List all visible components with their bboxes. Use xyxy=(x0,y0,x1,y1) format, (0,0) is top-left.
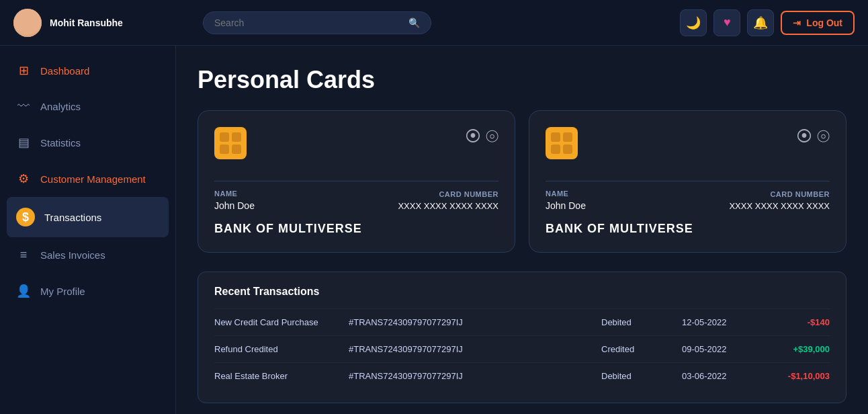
card-info-1: NAME John Doe CARD NUMBER XXXX XXXX XXXX… xyxy=(214,190,498,211)
bank-card-1: ⦿ ⦾ NAME John Doe CARD NUMBER XXXX XXXX … xyxy=(198,110,515,253)
card-top-1: ⦿ ⦾ xyxy=(214,127,498,159)
sidebar-item-label: Customer Management xyxy=(40,173,146,185)
trans-type-1: Debited xyxy=(601,317,682,327)
trans-date-1: 12-05-2022 xyxy=(682,317,763,327)
user-name: Mohit Ransubhe xyxy=(50,17,123,28)
my-profile-icon: 👤 xyxy=(16,284,31,298)
card-bank-name-2: BANK OF MULTIVERSE xyxy=(546,222,830,236)
trans-id-3: #TRANS724309797077297IJ xyxy=(349,371,601,381)
sidebar-item-label: Dashboard xyxy=(40,65,89,77)
bank-card-2: ⦿ ⦾ NAME John Doe CARD NUMBER XXXX XXXX … xyxy=(529,110,847,253)
sidebar-item-label: Transactions xyxy=(44,212,101,223)
analytics-icon: 〰 xyxy=(16,99,31,114)
sidebar-item-label: Analytics xyxy=(40,101,81,112)
card-name-field-2: NAME John Doe xyxy=(546,190,586,211)
transactions-title: Recent Transactions xyxy=(214,286,830,298)
trans-name-3: Real Estate Broker xyxy=(214,371,349,381)
card-number-value-1: XXXX XXXX XXXX XXXX xyxy=(398,201,498,211)
trans-name-2: Refund Credited xyxy=(214,344,349,354)
card-name-field-1: NAME John Doe xyxy=(214,190,255,211)
card-number-field-1: CARD NUMBER XXXX XXXX XXXX XXXX xyxy=(398,190,498,211)
card-info-2: NAME John Doe CARD NUMBER XXXX XXXX XXXX… xyxy=(546,190,830,211)
transaction-row-3: Real Estate Broker #TRANS724309797077297… xyxy=(214,362,830,389)
card-number-label-1: CARD NUMBER xyxy=(398,190,498,198)
logout-button[interactable]: ⇥ Log Out xyxy=(781,11,855,35)
card-name-value-1: John Doe xyxy=(214,200,255,211)
search-input[interactable] xyxy=(214,17,403,28)
trans-amount-2: +$39,000 xyxy=(763,344,830,354)
trans-amount-3: -$1,10,003 xyxy=(763,371,830,381)
theme-toggle-button[interactable]: 🌙 xyxy=(680,9,707,36)
theme-icon: 🌙 xyxy=(686,15,701,30)
logout-label: Log Out xyxy=(806,17,842,28)
dashboard-icon: ⊞ xyxy=(16,63,31,78)
header-right: 🌙 ♥ 🔔 ⇥ Log Out xyxy=(680,9,855,36)
trans-amount-1: -$140 xyxy=(763,317,830,327)
card-bank-name-1: BANK OF MULTIVERSE xyxy=(214,222,498,236)
sidebar-item-label: My Profile xyxy=(40,286,85,297)
transactions-section: Recent Transactions New Credit Card Purc… xyxy=(198,272,847,403)
transaction-row-1: New Credit Card Purchase #TRANS724309797… xyxy=(214,308,830,335)
notifications-button[interactable]: 🔔 xyxy=(747,9,774,36)
sidebar-item-transactions[interactable]: $ Transactions xyxy=(7,197,169,237)
trans-id-2: #TRANS724309797077297IJ xyxy=(349,344,601,354)
sidebar-item-label: Sales Invoices xyxy=(40,249,105,261)
card-chip-2 xyxy=(546,127,578,159)
cards-row: ⦿ ⦾ NAME John Doe CARD NUMBER XXXX XXXX … xyxy=(198,110,847,253)
trans-id-1: #TRANS724309797077297IJ xyxy=(349,317,601,327)
trans-date-2: 09-05-2022 xyxy=(682,344,763,354)
bell-icon: 🔔 xyxy=(753,15,768,30)
card-name-value-2: John Doe xyxy=(546,200,586,211)
trans-type-2: Credited xyxy=(601,344,682,354)
header-center: 🔍 xyxy=(189,11,680,34)
card-top-2: ⦿ ⦾ xyxy=(546,127,830,159)
header-left: Mohit Ransubhe xyxy=(13,9,189,37)
avatar xyxy=(13,9,42,37)
search-box[interactable]: 🔍 xyxy=(203,11,431,34)
card-name-label-1: NAME xyxy=(214,190,255,198)
card-wifi-icon-1: ⦿ ⦾ xyxy=(465,127,498,146)
customer-management-icon: ⚙ xyxy=(16,171,31,186)
statistics-icon: ▤ xyxy=(16,135,31,150)
card-name-label-2: NAME xyxy=(546,190,586,198)
sidebar-item-sales-invoices[interactable]: ≡ Sales Invoices xyxy=(0,237,175,273)
card-number-label-2: CARD NUMBER xyxy=(729,190,830,198)
sidebar-item-dashboard[interactable]: ⊞ Dashboard xyxy=(0,52,175,89)
search-icon: 🔍 xyxy=(408,17,420,28)
transaction-row-2: Refund Credited #TRANS724309797077297IJ … xyxy=(214,335,830,362)
sidebar-item-statistics[interactable]: ▤ Statistics xyxy=(0,124,175,161)
sales-invoices-icon: ≡ xyxy=(16,248,31,262)
transactions-icon: $ xyxy=(16,208,35,226)
content: Personal Cards ⦿ ⦾ NAME xyxy=(176,46,868,414)
page-title: Personal Cards xyxy=(198,66,847,94)
card-number-field-2: CARD NUMBER XXXX XXXX XXXX XXXX xyxy=(729,190,830,211)
card-number-value-2: XXXX XXXX XXXX XXXX xyxy=(729,201,830,211)
trans-name-1: New Credit Card Purchase xyxy=(214,317,349,327)
sidebar: ⊞ Dashboard 〰 Analytics ▤ Statistics ⚙ C… xyxy=(0,46,176,414)
sidebar-item-my-profile[interactable]: 👤 My Profile xyxy=(0,273,175,309)
card-wifi-icon-2: ⦿ ⦾ xyxy=(796,127,830,146)
main-layout: ⊞ Dashboard 〰 Analytics ▤ Statistics ⚙ C… xyxy=(0,46,868,414)
sidebar-item-customer-management[interactable]: ⚙ Customer Management xyxy=(0,161,175,197)
logout-icon: ⇥ xyxy=(793,17,801,28)
trans-date-3: 03-06-2022 xyxy=(682,371,763,381)
sidebar-item-label: Statistics xyxy=(40,137,81,149)
heart-icon: ♥ xyxy=(724,15,731,30)
header: Mohit Ransubhe 🔍 🌙 ♥ 🔔 ⇥ Log Out xyxy=(0,0,868,46)
card-chip-1 xyxy=(214,127,247,159)
sidebar-item-analytics[interactable]: 〰 Analytics xyxy=(0,89,175,124)
favorites-button[interactable]: ♥ xyxy=(713,9,740,36)
trans-type-3: Debited xyxy=(601,371,682,381)
